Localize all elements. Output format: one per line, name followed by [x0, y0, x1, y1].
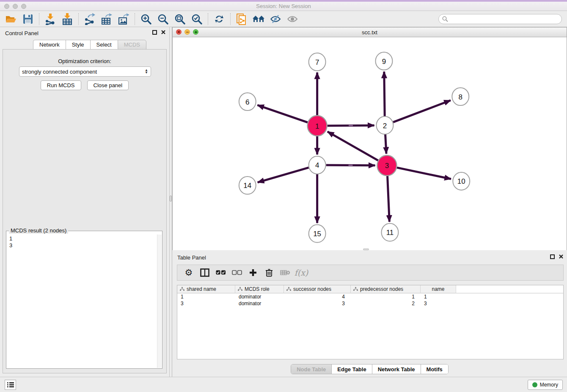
zoom-in-button[interactable]: [138, 12, 154, 26]
task-history-button[interactable]: [5, 380, 16, 390]
panel-splitter[interactable]: [169, 27, 172, 377]
list-icon: [7, 382, 14, 388]
column-type-icon: [180, 287, 184, 291]
save-icon: [23, 14, 33, 24]
export-image-button[interactable]: [115, 12, 132, 26]
table-row[interactable]: 3dominator323: [177, 300, 563, 307]
app-title: Session: New Session: [0, 3, 567, 9]
export-image-icon: [118, 13, 129, 25]
mcds-result-text[interactable]: 1 3: [6, 235, 157, 368]
optimization-criterion-select[interactable]: strongly connected component ▲▼: [19, 66, 151, 77]
column-type-icon: [353, 287, 358, 291]
checked-boxes-icon: [216, 270, 226, 275]
zoom-out-icon: [157, 14, 168, 25]
tab-edge-table[interactable]: Edge Table: [332, 364, 372, 374]
open-session-button[interactable]: [3, 12, 19, 26]
search-input[interactable]: [438, 14, 562, 24]
table-settings-button[interactable]: ⚙: [181, 266, 197, 279]
column-header-predecessor-nodes[interactable]: predecessor nodes: [351, 285, 421, 293]
network-documents-button[interactable]: [233, 12, 250, 26]
toolbar-separator: [78, 13, 79, 25]
save-session-button[interactable]: [19, 12, 36, 26]
edge-2-9[interactable]: [384, 72, 385, 116]
mcds-tab-content: Optimization criterion: strongly connect…: [3, 49, 167, 373]
run-mcds-button[interactable]: Run MCDS: [41, 80, 81, 90]
splitter-handle[interactable]: [170, 196, 172, 202]
network-canvas[interactable]: 7968124314101511: [173, 37, 567, 250]
column-type-icon: [238, 287, 242, 291]
select-all-columns-button[interactable]: [213, 266, 229, 279]
hide-panel-button[interactable]: [267, 12, 284, 26]
import-table-button[interactable]: [59, 12, 76, 26]
apply-layout-button[interactable]: [211, 12, 228, 26]
column-header-mcds-role[interactable]: MCDS role: [235, 285, 284, 293]
node-label: 3: [385, 162, 389, 170]
node-label: 10: [457, 177, 465, 185]
tab-motifs[interactable]: Motifs: [421, 364, 448, 374]
open-folder-icon: [5, 14, 17, 24]
fx-icon: f(x): [295, 268, 308, 277]
memory-button[interactable]: Memory: [528, 380, 563, 390]
import-table-icon: [62, 13, 72, 25]
show-panel-button[interactable]: [284, 12, 301, 26]
deselect-all-columns-button[interactable]: [229, 266, 245, 279]
eye-slash-icon: [270, 14, 281, 24]
toggle-column-panel-button[interactable]: [197, 266, 213, 279]
edge-label: [349, 125, 353, 126]
tab-mcds[interactable]: MCDS: [118, 40, 146, 50]
network-window-titlebar[interactable]: scc.txt: [173, 28, 567, 37]
node-label: 8: [459, 93, 462, 101]
import-network-button[interactable]: [42, 12, 59, 26]
column-header-shared-name[interactable]: shared name: [177, 285, 235, 293]
float-table-panel-icon[interactable]: [550, 254, 555, 259]
tab-style[interactable]: Style: [66, 40, 90, 50]
table-cell: 3: [284, 300, 351, 307]
close-table-panel-icon[interactable]: [559, 254, 564, 259]
float-panel-icon[interactable]: [152, 30, 157, 35]
horizontal-splitter-handle[interactable]: [363, 248, 369, 250]
column-type-icon: [286, 287, 291, 291]
close-panel-icon[interactable]: [161, 30, 166, 35]
edge-2-3[interactable]: [385, 134, 386, 154]
edge-label: [349, 165, 353, 166]
result-scrollbar[interactable]: [157, 235, 162, 368]
column-header-successor-nodes[interactable]: successor nodes: [284, 285, 351, 293]
function-builder-button[interactable]: f(x): [293, 266, 309, 279]
toolbar-separator: [135, 13, 135, 25]
trash-icon: [265, 268, 273, 277]
edge-3-11[interactable]: [388, 176, 390, 222]
edge-3-10[interactable]: [397, 168, 451, 179]
zoom-fit-button[interactable]: [171, 12, 188, 26]
zoom-in-icon: [140, 14, 151, 25]
export-table-button[interactable]: [98, 12, 115, 26]
zoom-selected-button[interactable]: [188, 12, 205, 26]
table-body: 1dominator4113dominator323: [177, 293, 563, 307]
row-filler: [456, 300, 563, 307]
node-label: 15: [313, 230, 321, 238]
column-header-name[interactable]: name: [421, 285, 456, 293]
tab-network-table[interactable]: Network Table: [372, 364, 421, 374]
tab-node-table[interactable]: Node Table: [291, 364, 332, 374]
toolbar-separator: [39, 13, 39, 25]
delete-table-button[interactable]: [277, 266, 293, 279]
edge-3-1[interactable]: [328, 132, 378, 160]
network-graph: 7968124314101511: [173, 37, 567, 250]
tab-select[interactable]: Select: [90, 40, 118, 50]
export-network-button[interactable]: [81, 12, 98, 26]
edge-1-6[interactable]: [257, 105, 308, 122]
table-cell: 4: [284, 293, 351, 300]
edge-4-14[interactable]: [258, 168, 309, 182]
delete-column-button[interactable]: [261, 266, 277, 279]
table-row[interactable]: 1dominator411: [177, 293, 563, 300]
plus-icon: [249, 269, 257, 276]
node-label: 6: [245, 98, 249, 106]
edge-2-8[interactable]: [393, 100, 451, 122]
add-column-button[interactable]: [245, 266, 261, 279]
home-button[interactable]: [250, 12, 267, 26]
table-cell: dominator: [235, 300, 284, 307]
close-panel-button[interactable]: Close panel: [87, 80, 129, 90]
row-filler: [456, 293, 563, 300]
table-toolbar: ⚙: [177, 265, 564, 281]
tab-network[interactable]: Network: [33, 40, 66, 50]
zoom-out-button[interactable]: [154, 12, 171, 26]
